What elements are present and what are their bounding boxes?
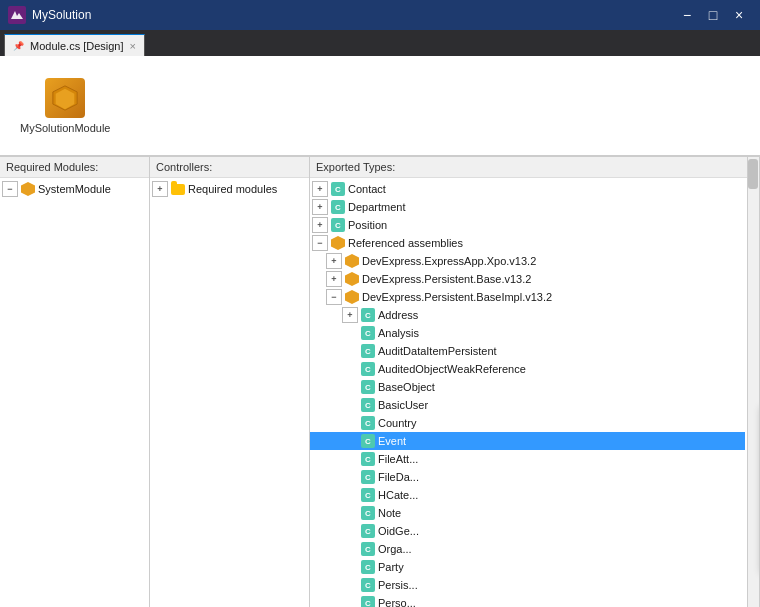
tree-item-country[interactable]: C Country [310, 414, 745, 432]
oidgen-icon: C [360, 523, 376, 539]
expand-department[interactable]: + [312, 199, 328, 215]
devex-persistent-base-icon [344, 271, 360, 287]
panel-required-header: Required Modules: [0, 157, 149, 178]
expand-required-modules[interactable]: + [152, 181, 168, 197]
panel-controllers: Controllers: + Required modules [150, 157, 310, 607]
tree-item-fileatt[interactable]: C FileAtt... [310, 450, 745, 468]
party-label: Party [378, 561, 404, 573]
tree-item-auditedobject[interactable]: C AuditedObjectWeakReference [310, 360, 745, 378]
title-bar: MySolution − □ × [0, 0, 760, 30]
system-module-icon [20, 181, 36, 197]
party-icon: C [360, 559, 376, 575]
country-label: Country [378, 417, 417, 429]
baseobject-label: BaseObject [378, 381, 435, 393]
fileatt-label: FileAtt... [378, 453, 418, 465]
panel-controllers-content: + Required modules [150, 178, 309, 607]
basicuser-icon: C [360, 397, 376, 413]
required-modules-label: Required modules [188, 183, 277, 195]
orga-icon: C [360, 541, 376, 557]
persis-label: Persis... [378, 579, 418, 591]
required-modules-folder-icon [170, 181, 186, 197]
expand-ref-assemblies[interactable]: − [312, 235, 328, 251]
tree-item-basicuser[interactable]: C BasicUser [310, 396, 745, 414]
expand-contact[interactable]: + [312, 181, 328, 197]
expand-devex-persistent-baseimpl[interactable]: − [326, 289, 342, 305]
tab-pin-icon: 📌 [13, 41, 24, 51]
tree-item-system-module[interactable]: − SystemModule [0, 180, 149, 198]
tree-item-oidgen[interactable]: C OidGe... [310, 522, 745, 540]
event-icon: C [360, 433, 376, 449]
orga-label: Orga... [378, 543, 412, 555]
tree-item-party[interactable]: C Party [310, 558, 745, 576]
event-label: Event [378, 435, 406, 447]
address-label: Address [378, 309, 418, 321]
window-controls: − □ × [674, 0, 752, 30]
scrollbar-thumb[interactable] [748, 159, 758, 189]
panel-exported-header: Exported Types: [310, 157, 759, 178]
expand-system-module[interactable]: − [2, 181, 18, 197]
module-name-label: MySolutionModule [20, 122, 111, 134]
perso-icon: C [360, 595, 376, 607]
tree-item-perso[interactable]: C Perso... [310, 594, 745, 607]
scrollbar-track[interactable] [747, 157, 759, 607]
devex-persistent-base-label: DevExpress.Persistent.Base.v13.2 [362, 273, 531, 285]
auditedobject-label: AuditedObjectWeakReference [378, 363, 526, 375]
perso-label: Perso... [378, 597, 416, 607]
ref-assemblies-label: Referenced assemblies [348, 237, 463, 249]
panel-required-modules: Required Modules: − SystemModule [0, 157, 150, 607]
tree-item-hcate[interactable]: C HCate... [310, 486, 745, 504]
expand-devex-persistent-base[interactable]: + [326, 271, 342, 287]
system-module-label: SystemModule [38, 183, 111, 195]
expand-devex-xpo[interactable]: + [326, 253, 342, 269]
devex-xpo-label: DevExpress.ExpressApp.Xpo.v13.2 [362, 255, 536, 267]
tree-item-baseobject[interactable]: C BaseObject [310, 378, 745, 396]
tree-item-ref-assemblies[interactable]: − Referenced assemblies [310, 234, 745, 252]
app-icon [8, 6, 26, 24]
note-label: Note [378, 507, 401, 519]
expand-address[interactable]: + [342, 307, 358, 323]
devex-xpo-icon [344, 253, 360, 269]
contact-label: Contact [348, 183, 386, 195]
tree-item-event[interactable]: C Event [310, 432, 745, 450]
tree-item-orga[interactable]: C Orga... [310, 540, 745, 558]
ref-assemblies-icon [330, 235, 346, 251]
tree-item-analysis[interactable]: C Analysis [310, 324, 745, 342]
tab-label: Module.cs [Design] [30, 40, 124, 52]
country-icon: C [360, 415, 376, 431]
department-label: Department [348, 201, 405, 213]
tab-close-icon[interactable]: × [130, 40, 136, 52]
module-design-icon [45, 78, 85, 118]
tree-item-department[interactable]: + C Department [310, 198, 745, 216]
tree-item-devex-xpo[interactable]: + DevExpress.ExpressApp.Xpo.v13.2 [310, 252, 745, 270]
tree-item-devex-persistent-base[interactable]: + DevExpress.Persistent.Base.v13.2 [310, 270, 745, 288]
tree-item-auditdataitem[interactable]: C AuditDataItemPersistent [310, 342, 745, 360]
expand-position[interactable]: + [312, 217, 328, 233]
module-container: MySolutionModule [20, 78, 111, 134]
analysis-label: Analysis [378, 327, 419, 339]
analysis-icon: C [360, 325, 376, 341]
position-label: Position [348, 219, 387, 231]
oidgen-label: OidGe... [378, 525, 419, 537]
tree-item-persis[interactable]: C Persis... [310, 576, 745, 594]
maximize-button[interactable]: □ [700, 0, 726, 30]
address-icon: C [360, 307, 376, 323]
close-button[interactable]: × [726, 0, 752, 30]
tree-item-address[interactable]: + C Address [310, 306, 745, 324]
note-icon: C [360, 505, 376, 521]
auditdataitem-icon: C [360, 343, 376, 359]
tree-item-note[interactable]: C Note [310, 504, 745, 522]
hcate-icon: C [360, 487, 376, 503]
tree-item-devex-persistent-baseimpl[interactable]: − DevExpress.Persistent.BaseImpl.v13.2 [310, 288, 745, 306]
main-area: MySolutionModule Required Modules: − Sys… [0, 56, 760, 607]
baseobject-icon: C [360, 379, 376, 395]
panel-controllers-header: Controllers: [150, 157, 309, 178]
tree-item-position[interactable]: + C Position [310, 216, 745, 234]
tree-item-contact[interactable]: + C Contact [310, 180, 745, 198]
tab-module-design[interactable]: 📌 Module.cs [Design] × [4, 34, 145, 56]
minimize-button[interactable]: − [674, 0, 700, 30]
tree-item-required-modules[interactable]: + Required modules [150, 180, 309, 198]
panel-required-content: − SystemModule [0, 178, 149, 607]
devex-persistent-baseimpl-icon [344, 289, 360, 305]
tab-bar: 📌 Module.cs [Design] × [0, 30, 760, 56]
tree-item-filedata[interactable]: C FileDa... [310, 468, 745, 486]
